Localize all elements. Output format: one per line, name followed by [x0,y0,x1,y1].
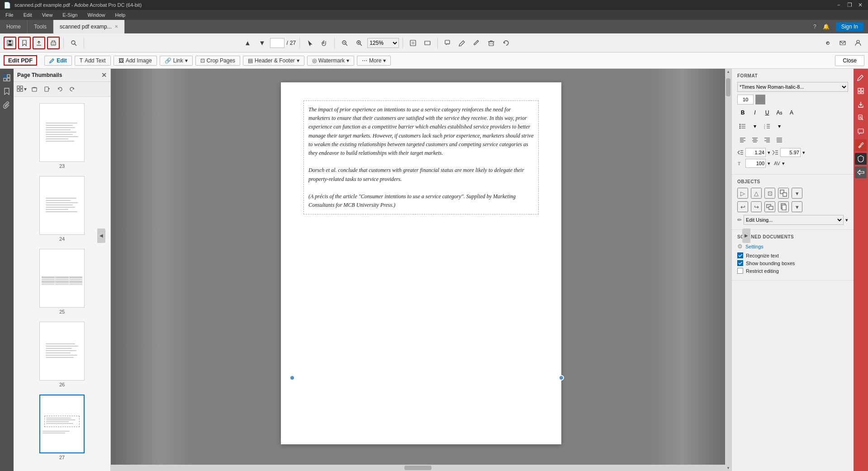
thumbnails-view-btn[interactable]: ▾ [16,84,27,95]
font-select[interactable]: *Times New Roman-Italic-8... [737,82,848,92]
char-spacing-input[interactable] [780,148,801,157]
menu-window[interactable]: Window [85,11,107,19]
edit-pdf-icon[interactable] [855,71,867,83]
align-right-button[interactable] [762,134,773,145]
current-page-input[interactable]: 27 [270,38,285,48]
create-pdf-icon[interactable] [855,112,867,124]
settings-label[interactable]: Settings [745,244,764,249]
align-left-button[interactable] [737,134,748,145]
italic-button[interactable]: I [749,107,760,118]
align-center-button[interactable] [749,134,760,145]
bold-button[interactable]: B [737,107,748,118]
minimize-btn[interactable]: − [835,2,843,8]
pdf-page-container[interactable]: The impact of prior experience on intent… [111,69,731,471]
restrict-editing-checkbox[interactable] [737,268,743,274]
font-size-input[interactable] [737,95,754,105]
dropdown-list-button[interactable]: ▾ [749,121,760,132]
horizontal-scrollbar[interactable] [111,465,725,471]
tab-home[interactable]: Home [0,20,28,33]
undo-obj-button[interactable]: ↩ [737,201,748,212]
dropdown-arr[interactable]: ▾ [792,188,802,199]
size-percent-input[interactable] [745,159,766,168]
prev-page-button[interactable]: ▲ [241,37,254,49]
mail-button[interactable] [836,37,849,49]
attachments-icon[interactable] [1,100,12,110]
bookmarks-icon[interactable] [1,86,12,97]
protect-icon[interactable] [855,153,867,165]
color-swatch[interactable] [755,95,765,105]
scroll-up-arrow[interactable]: ▲ [725,69,731,75]
menu-help[interactable]: Help [114,11,128,19]
watermark-button[interactable]: ◎ Watermark ▾ [307,56,354,66]
thumbnail-24[interactable]: 24 [14,173,110,244]
zoom-in-button[interactable] [353,37,365,49]
tab-document[interactable]: scanned pdf examp... ✕ [53,20,125,33]
edit-button[interactable]: Edit [44,56,72,66]
print-button[interactable] [47,37,60,49]
next-page-button[interactable]: ▼ [256,37,268,49]
thumbnail-25[interactable]: 25 [14,246,110,317]
scroll-down-arrow[interactable]: ▼ [725,465,731,471]
show-bounding-boxes-checkbox[interactable] [737,260,743,266]
comment-button[interactable] [441,37,454,49]
sign-in-button[interactable]: Sign In [836,22,863,31]
close-edit-button[interactable]: Close [835,55,864,66]
dropdown-numbered-button[interactable]: ▾ [774,121,785,132]
link-edit-button[interactable]: 🔗 Link ▾ [160,56,193,66]
help-icon[interactable]: ? [813,24,816,30]
add-text-button[interactable]: T Add Text [75,56,111,66]
dropdown-obj2[interactable]: ▾ [792,201,802,212]
copy-obj-button[interactable] [778,201,789,212]
trash-button[interactable] [485,37,498,49]
hand-tool-button[interactable] [318,37,331,49]
search-button[interactable] [67,37,80,49]
notification-icon[interactable]: 🔔 [823,24,830,30]
pencil-button[interactable] [456,37,469,49]
thumbnail-23[interactable]: 23 [14,100,110,171]
menu-edit[interactable]: Edit [22,11,34,19]
replace-obj-button[interactable] [764,201,775,212]
menu-file[interactable]: File [4,11,15,19]
rotate-left-btn[interactable] [54,84,65,95]
redo-obj-button[interactable]: ↪ [751,201,762,212]
rotate-obj-button[interactable]: △ [751,188,762,199]
collapse-thumbnails-button[interactable]: ◀ [97,228,105,243]
fit-page-button[interactable] [407,37,419,49]
line-spacing-input[interactable] [745,148,766,157]
h-scroll-thumb[interactable] [404,466,432,470]
zoom-select[interactable]: 125% 100% 75% 150% [367,38,399,48]
delete-page-btn[interactable] [29,84,40,95]
fit-width-button[interactable] [421,37,434,49]
subscript-button[interactable]: A [786,107,797,118]
maximize-btn[interactable]: ❐ [845,2,854,8]
upload-button[interactable] [33,37,45,49]
more-button[interactable]: ⋯ More ▾ [357,56,391,66]
thumbnail-26[interactable]: 26 [14,319,110,390]
send-track-icon[interactable] [855,167,867,178]
rotate-right-btn[interactable] [67,84,78,95]
tab-tools[interactable]: Tools [28,20,53,33]
menu-view[interactable]: View [40,11,55,19]
tab-document-close[interactable]: ✕ [114,24,118,29]
edit-using-dropdown[interactable]: ▾ [845,217,848,223]
numbered-list-button[interactable]: 1.2.3. [762,121,773,132]
fill-sign-icon[interactable] [855,139,867,151]
save-button[interactable] [4,37,16,49]
bookmark-button[interactable] [18,37,31,49]
text-box-1[interactable]: The impact of prior experience on intent… [304,100,539,214]
zoom-out-button[interactable] [338,37,351,49]
bullet-list-button[interactable] [737,121,748,132]
select-tool-button[interactable] [304,37,316,49]
erase-button[interactable] [470,37,483,49]
thumbnails-close[interactable]: ✕ [101,71,107,79]
undo-button[interactable] [499,37,512,49]
comment-icon-right[interactable] [855,126,867,138]
user-button[interactable] [852,37,864,49]
superscript-button[interactable]: As [774,107,785,118]
organize-pages-icon[interactable] [855,85,867,97]
thumbnails-scroll[interactable]: 23 24 [14,97,110,471]
menu-esign[interactable]: E-Sign [61,11,79,19]
align-justify-button[interactable] [774,134,785,145]
drag-handle-left[interactable] [289,375,295,381]
collapse-right-panel-button[interactable]: ▶ [742,228,750,243]
